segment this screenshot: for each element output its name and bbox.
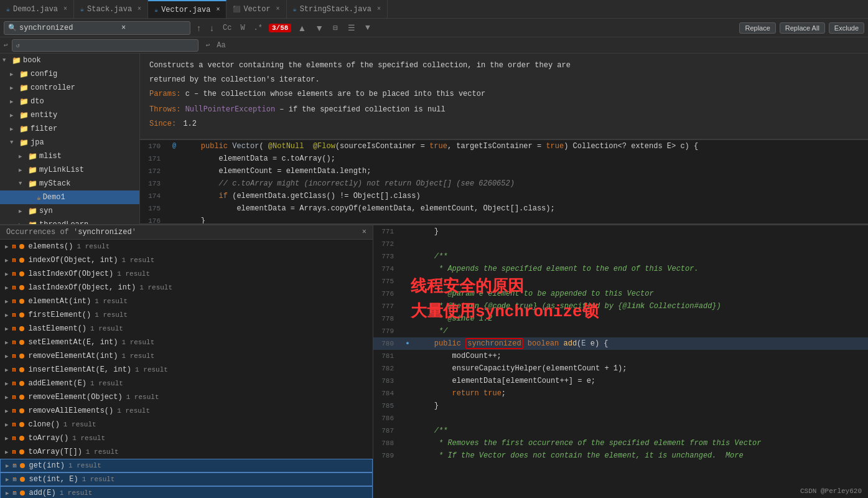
- folder-icon-mystack: 📁: [28, 179, 37, 189]
- tab-demo1[interactable]: ☕ Demo1.java ×: [0, 0, 74, 18]
- line-content-b777: * @return {@code true} (as specified by …: [414, 300, 868, 312]
- line-content-175: elementData = Arrays.copyOf(elementData,…: [180, 202, 868, 215]
- java-icon: ☕: [6, 6, 10, 13]
- expand-arrow-config: ▶: [10, 71, 17, 78]
- dot-icon-insertelementat: [19, 367, 24, 372]
- occ-toarray1[interactable]: ▶ m toArray() 1 result: [0, 431, 373, 445]
- replace-input[interactable]: [22, 42, 122, 49]
- occurrences-close-icon[interactable]: ×: [362, 228, 366, 237]
- tree-item-entity[interactable]: ▶ 📁 entity: [0, 108, 139, 122]
- occ-indexof[interactable]: ▶ m indexOf(Object, int) 1 result: [0, 253, 373, 267]
- tab-stack-close[interactable]: ×: [138, 6, 141, 12]
- occ-removeelementat[interactable]: ▶ m removeElementAt(int) 1 result: [0, 349, 373, 363]
- tree-item-filter[interactable]: ▶ 📁 filter: [0, 122, 139, 136]
- occ-arr-getint: ▶: [6, 463, 9, 469]
- occ-toarray2[interactable]: ▶ m toArray(T[]) 1 result: [0, 445, 373, 459]
- tab-stringstack[interactable]: ☕ StringStack.java ×: [287, 0, 388, 18]
- tree-item-controller[interactable]: ▶ 📁 controller: [0, 81, 139, 95]
- code-area-top: 170 @ public Vector( @NotNull @Flow(sour…: [140, 140, 868, 224]
- tab-vector[interactable]: ☕ Vector.java ×: [148, 0, 226, 18]
- occ-firstelement[interactable]: ▶ m firstElement() 1 result: [0, 308, 373, 322]
- aa-icon[interactable]: Aa: [213, 40, 228, 51]
- tree-label-mlist: mlist: [39, 152, 62, 161]
- settings-icon[interactable]: ☰: [345, 22, 358, 34]
- occ-setelementat[interactable]: ▶ m setElementAt(E, int) 1 result: [0, 336, 373, 349]
- line-content-b781: modCount++;: [414, 350, 868, 362]
- occ-count-firstelement: 1 result: [95, 311, 128, 319]
- occ-elementat[interactable]: ▶ m elementAt(int) 1 result: [0, 294, 373, 308]
- funnel-icon[interactable]: ▼: [362, 22, 373, 34]
- tree-item-jpa[interactable]: ▼ 📁 jpa: [0, 136, 139, 149]
- tab-stack-label: Stack.java: [87, 5, 132, 14]
- tree-item-book[interactable]: ▼ 📁 book: [0, 54, 139, 67]
- method-icon-firstelement: m: [12, 312, 16, 319]
- line-content-b773: /**: [414, 250, 868, 263]
- search-input-wrap: 🔍 ×: [4, 21, 190, 35]
- dot-icon-getint: [20, 463, 25, 468]
- search-input[interactable]: [19, 24, 119, 32]
- occ-elements[interactable]: ▶ m elements() 1 result: [0, 240, 373, 253]
- folder-icon-controller: 📁: [19, 83, 29, 93]
- occ-getint[interactable]: ▶ m get(int) 1 result: [0, 459, 373, 472]
- search-clear-icon[interactable]: ×: [121, 24, 126, 32]
- replace-button[interactable]: Replace: [739, 22, 775, 34]
- occ-setinte[interactable]: ▶ m set(int, E) 1 result: [0, 472, 373, 486]
- occ-removeelement[interactable]: ▶ m removeElement(Object) 1 result: [0, 390, 373, 404]
- occ-arr-insertelementat: ▶: [5, 367, 8, 374]
- line-num-176: 176: [140, 215, 168, 224]
- tree-item-threadlearn[interactable]: ▶ 📁 threadLearn: [0, 218, 139, 224]
- occ-count-removeallelements: 1 result: [117, 407, 150, 415]
- occ-removeallelements[interactable]: ▶ m removeAllElements() 1 result: [0, 404, 373, 418]
- dot-icon-clone: [19, 422, 24, 427]
- occ-arr-elements: ▶: [5, 243, 8, 250]
- tab-demo1-close[interactable]: ×: [63, 6, 67, 12]
- occ-clone[interactable]: ▶ m clone() 1 result: [0, 418, 373, 431]
- tab-stringstack-close[interactable]: ×: [377, 6, 381, 12]
- move-down-icon[interactable]: ▼: [312, 22, 326, 34]
- occ-label-setelementat: setElementAt(E, int): [28, 338, 118, 347]
- match-case-icon[interactable]: Cc: [220, 22, 234, 34]
- line-num-b788: 788: [373, 437, 401, 449]
- line-content-b787: /**: [414, 425, 868, 437]
- next-match-icon[interactable]: ↓: [207, 22, 217, 34]
- replace-all-button[interactable]: Replace All: [780, 22, 825, 34]
- whole-word-icon[interactable]: W: [238, 22, 247, 34]
- occ-addelement[interactable]: ▶ m addElement(E) 1 result: [0, 377, 373, 390]
- occ-count-insertelementat: 1 result: [135, 366, 168, 374]
- line-num-172: 172: [140, 165, 168, 177]
- tab-vector2-close[interactable]: ×: [276, 6, 280, 12]
- occ-arr-firstelement: ▶: [5, 312, 8, 319]
- expand-arrow-controller: ▶: [10, 85, 17, 92]
- move-up-icon[interactable]: ▲: [295, 22, 309, 34]
- tree-item-config[interactable]: ▶ 📁 config: [0, 67, 139, 81]
- occ-insertelementat[interactable]: ▶ m insertElementAt(E, int) 1 result: [0, 363, 373, 377]
- tab-vector2[interactable]: ⬛ Vector ×: [226, 0, 286, 18]
- tab-stack[interactable]: ☕ Stack.java ×: [74, 0, 148, 18]
- filter-icon[interactable]: ⊟: [330, 22, 341, 34]
- tree-item-demo1[interactable]: ☕ Demo1: [0, 190, 139, 204]
- occ-lastindexof1[interactable]: ▶ m lastIndexOf(Object) 1 result: [0, 267, 373, 281]
- tree-label-entity: entity: [30, 111, 57, 120]
- tree-item-mylinklist[interactable]: ▶ 📁 myLinkList: [0, 163, 139, 177]
- prev-match-icon[interactable]: ↑: [194, 22, 203, 34]
- tree-item-syn[interactable]: ▶ 📁 syn: [0, 204, 139, 218]
- occ-count-removeelement: 1 result: [126, 393, 159, 401]
- regex-icon[interactable]: .*: [251, 22, 265, 34]
- occ-lastelement[interactable]: ▶ m lastElement() 1 result: [0, 322, 373, 336]
- tree-item-dto[interactable]: ▶ 📁 dto: [0, 95, 139, 108]
- occ-lastindexof2[interactable]: ▶ m lastIndexOf(Object, int) 1 result: [0, 281, 373, 294]
- occ-adde[interactable]: ▶ m add(E) 1 result: [0, 486, 373, 498]
- occ-count-setinte: 1 result: [82, 476, 115, 483]
- occ-label-insertelementat: insertElementAt(E, int): [28, 365, 131, 374]
- occ-count-lastindexof2: 1 result: [139, 284, 172, 291]
- tree-label-book: book: [23, 56, 41, 65]
- tree-item-mystack[interactable]: ▼ 📁 myStack: [0, 177, 139, 190]
- occ-label-adde: add(E): [29, 489, 55, 497]
- dot-icon-adde: [20, 491, 25, 496]
- occ-arr-toarray2: ▶: [5, 449, 8, 456]
- method-icon-clone: m: [12, 421, 16, 428]
- tree-item-mlist[interactable]: ▶ 📁 mlist: [0, 149, 139, 163]
- doc-since-val: 1.2: [183, 120, 197, 128]
- exclude-button[interactable]: Exclude: [829, 22, 864, 34]
- tab-vector-close[interactable]: ×: [216, 6, 220, 13]
